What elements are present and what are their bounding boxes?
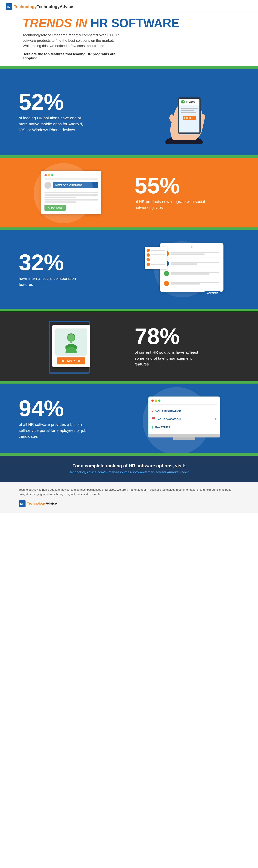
section4-description: of current HR solutions have at least so… [135,349,206,367]
doc-avatar-3 [147,258,150,261]
vacation-label: YOUR VACATION [157,417,181,421]
mvp-container: ☆ MVP ☆ [52,325,90,367]
section4-text: 78% of current HR solutions have at leas… [123,325,239,367]
svg-text:HR Central: HR Central [186,101,195,103]
doc-line-2 [151,254,165,255]
svg-text:TA: TA [20,502,23,505]
tablet-line-1 [171,252,219,253]
section2-description: of HR products now integrate with social… [135,198,206,211]
tablet-body: COMMENT [160,243,223,292]
tablet-camera [191,246,192,248]
section2-percent: 55% [135,174,239,197]
section1-percent: 52% [19,91,129,113]
heart-icon: ♥ [151,409,153,413]
tablet-avatar-3 [164,271,169,276]
laptop-browser-dots [151,400,217,402]
hand-svg: HR HR Central LOG IN [158,80,210,144]
svg-text:LOG IN: LOG IN [184,117,191,119]
svg-rect-13 [181,112,196,113]
svg-text:HR: HR [182,101,184,103]
section5-illustration: ♥ YOUR INSURANCE 📅 YOUR VACATION ↗ $ PAY… [129,397,239,440]
title-hr-software: HR SOFTWARE [90,17,179,30]
footer-cta-heading: For a complete ranking of HR software op… [19,463,239,468]
job-posting-container: NEW JOB OPENING APPLY NOW [41,170,101,214]
laptop-base [148,434,220,437]
logo-text-advice: TechnologyAdvice [37,4,73,9]
doc-overlay: ✓ [145,247,167,269]
doc-row-1 [147,249,165,252]
section5-description: of all HR software provides a built-in s… [19,422,90,439]
footer-logo: TA TechnologyAdvice [19,500,239,507]
section-mobile-apps: 52% of leading HR solutions have one or … [0,69,258,155]
mvp-person-bg [56,329,87,355]
laptop-menu-item-vacation: 📅 YOUR VACATION ↗ [151,415,217,423]
section3-illustration: ✓ [129,241,239,298]
insurance-label: YOUR INSURANCE [155,410,181,413]
tablet-person-row-3 [163,270,220,277]
laptop-dot-yellow [155,400,157,402]
section1-description: of leading HR solutions have one or more… [19,115,90,133]
title-section: TRENDS IN HR SOFTWARE TechnologyAdvice R… [0,13,258,66]
svg-rect-12 [181,110,194,111]
main-title: TRENDS IN HR SOFTWARE [23,17,235,29]
logo-text: TechnologyTechnologyAdvice [14,4,73,9]
paystubs-label: PAYSTUBS [155,426,170,429]
section2-illustration: NEW JOB OPENING APPLY NOW [19,170,123,214]
mvp-label: ☆ MVP ☆ [57,358,85,364]
tablet-line-4 [171,264,197,265]
tablet-person-lines-3 [171,272,219,275]
ta-logo-icon: TA [6,3,12,10]
section4-percent: 78% [135,325,239,347]
footer-about-section: TechnologyAdvice helps educate, advise, … [0,482,258,513]
cursor-icon: ↗ [214,417,217,421]
doc-row-4 [147,263,165,266]
footer-cta-section: For a complete ranking of HR software op… [0,456,258,482]
svg-point-17 [68,334,74,341]
phone-illustration: HR HR Central LOG IN [158,80,210,144]
tablet-line-5 [171,272,219,273]
svg-rect-18 [70,341,72,343]
section5-text: 94% of all HR software provides a built-… [19,397,129,439]
title-trends-in: TRENDS IN [23,17,87,30]
tablet-line-8 [171,283,200,284]
intro-body: TechnologyAdvice Research recently compa… [23,32,120,49]
footer-logo-ta: Technology [27,501,46,505]
section2-text: 55% of HR products now integrate with so… [123,174,239,211]
svg-rect-11 [181,108,197,109]
section3-description: have internal social collaboration featu… [19,276,90,287]
doc-row-3: ✓ [147,258,165,261]
tablet-person-lines-4 [171,282,219,285]
footer-ta-logo-icon: TA [19,500,26,507]
section3-percent: 32% [19,251,129,274]
footer-logo-advice: Advice [46,501,57,505]
tablet-line-7 [171,282,219,283]
laptop-dot-green [158,400,160,402]
tablet-person-row-2 [163,260,220,268]
section1-illustration: HR HR Central LOG IN [129,80,239,144]
laptop-dot-red [151,400,154,402]
doc-check: ✓ [151,258,153,261]
section3-text: 32% have internal social collaboration f… [19,251,129,287]
tablet-person-row-4 [163,280,220,287]
green-divider-6 [0,453,258,456]
footer-cta-link[interactable]: TechnologyAdvice.com/human-resources-sof… [19,470,239,474]
tablet-person-lines-1 [171,252,219,255]
mvp-icon-left: ☆ [62,359,65,363]
section-self-service: 94% of all HR software provides a built-… [0,383,258,453]
section-talent-management: ☆ MVP ☆ 78% of current HR solutions have… [0,311,258,381]
mvp-card: ☆ MVP ☆ [52,325,90,367]
green-divider [0,66,258,69]
circle-decoration [34,163,94,223]
green-divider-3 [0,227,258,230]
comment-button: COMMENT [205,291,220,295]
logo-text-ta: Technology [14,4,37,9]
section-internal-social: 32% have internal social collaboration f… [0,230,258,309]
laptop-menu-item-paystubs: $ PAYSTUBS [151,423,217,431]
tablet-person-row-1 [163,250,220,257]
laptop-wrapper: ♥ YOUR INSURANCE 📅 YOUR VACATION ↗ $ PAY… [148,397,220,440]
svg-text:TA: TA [7,5,10,8]
mvp-icon-right: ☆ [77,359,81,363]
doc-avatar-4 [147,263,150,266]
green-divider-2 [0,155,258,158]
laptop-url-bar [151,404,217,405]
